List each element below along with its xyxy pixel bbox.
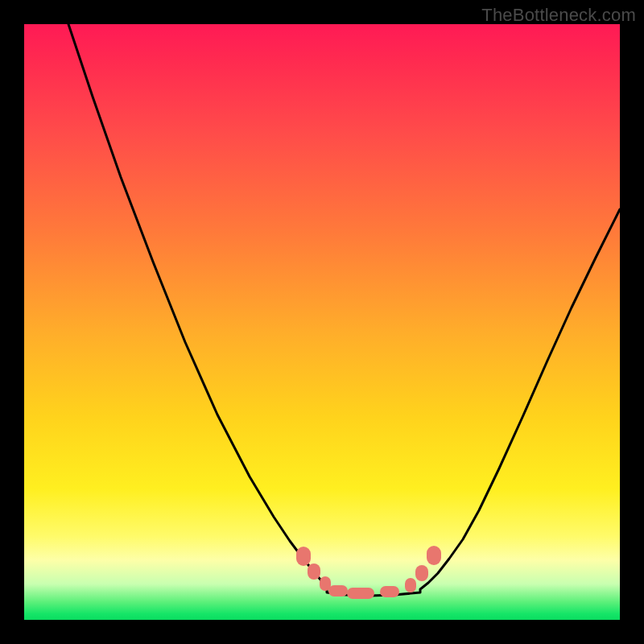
curve-marker xyxy=(328,585,348,597)
watermark-text: TheBottleneck.com xyxy=(481,5,636,26)
curve-marker xyxy=(308,564,320,580)
curve-marker xyxy=(296,547,311,566)
curve-marker xyxy=(427,546,441,565)
plot-area xyxy=(24,24,620,620)
bottleneck-curves xyxy=(68,24,620,596)
bottleneck-curve xyxy=(68,24,620,596)
curve-marker xyxy=(405,578,416,592)
curve-marker xyxy=(380,586,399,597)
curve-marker xyxy=(415,565,428,581)
curve-marker xyxy=(347,588,374,599)
curve-layer xyxy=(24,24,620,620)
chart-frame: TheBottleneck.com xyxy=(0,0,644,644)
